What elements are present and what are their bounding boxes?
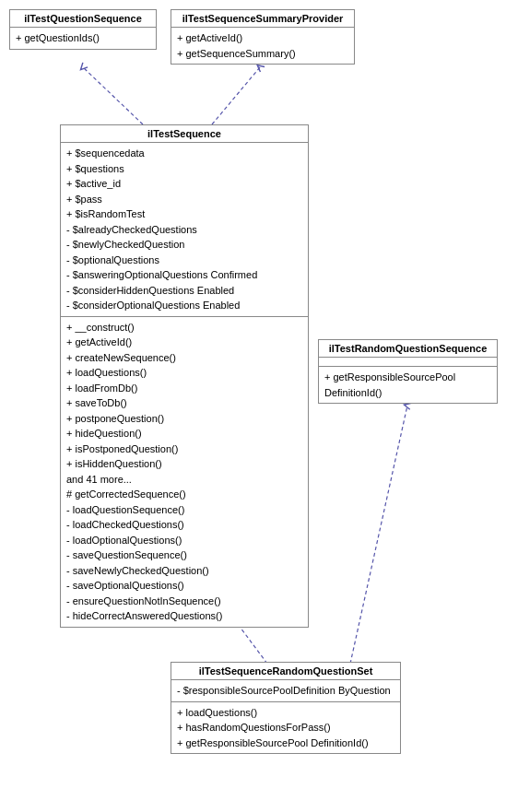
box-title-ilTestQuestionSequence: ilTestQuestionSequence — [10, 10, 156, 28]
box-section-ilTestRandomQuestionSequence-methods: + getResponsibleSourcePool DefinitionId(… — [319, 367, 497, 403]
svg-line-3 — [350, 406, 407, 664]
svg-line-0 — [83, 67, 143, 124]
box-section-ilTestSequence-fields: + $sequencedata + $questions + $active_i… — [61, 143, 308, 317]
box-title-ilTestSequenceRandomQuestionSet: ilTestSequenceRandomQuestionSet — [171, 663, 400, 680]
box-section-ilTestRandomQuestionSequence-empty — [319, 358, 497, 367]
box-title-ilTestRandomQuestionSequence: ilTestRandomQuestionSequence — [319, 340, 497, 358]
box-section-ilTestSequenceSummaryProvider-methods: + getActiveId() + getSequenceSummary() — [171, 28, 354, 64]
box-section-ilTestQuestionSequence-methods: + getQuestionIds() — [10, 28, 156, 49]
box-title-ilTestSequenceSummaryProvider: ilTestSequenceSummaryProvider — [171, 10, 354, 28]
box-ilTestRandomQuestionSequence: ilTestRandomQuestionSequence + getRespon… — [318, 339, 498, 404]
box-ilTestSequence: ilTestSequence + $sequencedata + $questi… — [60, 124, 309, 628]
svg-line-1 — [212, 67, 260, 124]
box-section-ilTestSequence-methods: + __construct() + getActiveId() + create… — [61, 317, 308, 627]
box-ilTestSequenceRandomQuestionSet: ilTestSequenceRandomQuestionSet - $respo… — [171, 662, 401, 754]
diagram-container: ilTestQuestionSequence + getQuestionIds(… — [0, 0, 506, 812]
box-title-ilTestSequence: ilTestSequence — [61, 125, 308, 143]
box-section-ilTestSequenceRandomQuestionSet-methods: + loadQuestions() + hasRandomQuestionsFo… — [171, 702, 400, 754]
box-ilTestQuestionSequence: ilTestQuestionSequence + getQuestionIds(… — [9, 9, 157, 50]
box-ilTestSequenceSummaryProvider: ilTestSequenceSummaryProvider + getActiv… — [171, 9, 355, 65]
box-section-ilTestSequenceRandomQuestionSet-fields: - $responsibleSourcePoolDefinition ByQue… — [171, 680, 400, 702]
